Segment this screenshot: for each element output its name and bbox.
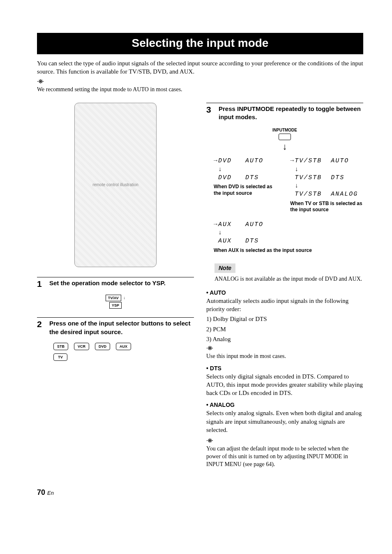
down-arrow-icon: ↓ — [206, 142, 363, 151]
step-1: 1 Set the operation mode selector to YSP… — [37, 279, 194, 289]
step-number: 1 — [37, 279, 44, 289]
switch-ysp: YSP — [109, 302, 122, 309]
inputmode-figure: INPUTMODE ↓ — [206, 127, 363, 152]
page-number: 70 En — [37, 487, 363, 497]
auto-p1: 1) Dolby Digital or DTS — [206, 315, 363, 323]
right-column: 3 Press INPUTMODE repeatedly to toggle b… — [206, 100, 363, 473]
tip-icon: ·❋· — [37, 78, 363, 86]
input-buttons-row2: TV — [37, 353, 194, 361]
dvd-caption: When DVD is selected as the input source — [214, 184, 278, 196]
top-tip: We recommend setting the input mode to A… — [37, 86, 363, 94]
tv-button: TV — [53, 353, 67, 361]
dvd-button: DVD — [95, 343, 110, 350]
step-text: Press INPUTMODE repeatedly to toggle bet… — [219, 105, 363, 122]
switch-tvav: TV/AV — [106, 295, 121, 301]
aux-button: AUX — [116, 343, 131, 350]
lcd-dvd: →DVD AUTO ↓ DVD DTS — [214, 157, 278, 182]
remote-placeholder-label: remote control illustration — [92, 182, 138, 188]
auto-p2: 2) PCM — [206, 325, 363, 333]
page-number-value: 70 — [37, 488, 45, 496]
vcr-button: VCR — [74, 343, 89, 350]
tip-icon: ·❋· — [206, 437, 363, 445]
step-number: 2 — [37, 319, 44, 336]
lcd-tvstb: →TV/STB AUTO ↓ TV/STB DTS ↓ TV/STB ANALO… — [290, 157, 363, 199]
step-number: 3 — [206, 105, 214, 122]
rule — [206, 103, 363, 103]
down-arrow-icon: ↓ — [123, 295, 125, 300]
aux-caption: When AUX is selected as the input source — [214, 247, 312, 254]
page-number-suffix: En — [47, 490, 54, 496]
analog-body: Selects only analog signals. Even when b… — [206, 409, 363, 434]
note-label: Note — [214, 263, 235, 273]
tip-icon: ·❋· — [206, 345, 363, 353]
intro-paragraph: You can select the type of audio input s… — [37, 59, 363, 76]
auto-body: Automatically selects audio input signal… — [206, 297, 363, 314]
analog-heading: • ANALOG — [206, 401, 363, 409]
dts-body: Selects only digital signals encoded in … — [206, 372, 363, 397]
inputmode-label: INPUTMODE — [206, 127, 363, 133]
left-column: remote control illustration 1 Set the op… — [37, 100, 194, 473]
mode-switch-figure: TV/AV ↓ YSP — [37, 294, 194, 309]
step-text: Press one of the input selector buttons … — [49, 319, 194, 336]
lcd-row-1: →DVD AUTO ↓ DVD DTS When DVD is selected… — [214, 157, 363, 213]
auto-heading: • AUTO — [206, 289, 363, 297]
auto-tip: Use this input mode in most cases. — [206, 353, 363, 360]
remote-illustration: remote control illustration — [74, 103, 157, 267]
stb-button: STB — [53, 343, 68, 350]
dts-heading: • DTS — [206, 365, 363, 372]
rule — [37, 277, 194, 277]
auto-p3: 3) Analog — [206, 335, 363, 343]
tvstb-caption: When TV or STB is selected as the input … — [290, 201, 363, 213]
step-3: 3 Press INPUTMODE repeatedly to toggle b… — [206, 105, 363, 122]
note-text: ANALOG is not available as the input mod… — [214, 275, 363, 283]
lcd-aux: →AUX AUTO ↓ AUX DTS — [214, 221, 312, 246]
step-text: Set the operation mode selector to YSP. — [49, 279, 166, 289]
lcd-row-2: →AUX AUTO ↓ AUX DTS When AUX is selected… — [214, 221, 363, 254]
inputmode-button-icon — [279, 134, 291, 140]
step-2: 2 Press one of the input selector button… — [37, 319, 194, 336]
final-tip: You can adjust the default input mode to… — [206, 445, 363, 469]
rule — [37, 317, 194, 318]
page-title: Selecting the input mode — [37, 33, 363, 54]
input-buttons-row1: STB VCR DVD AUX — [37, 343, 194, 350]
